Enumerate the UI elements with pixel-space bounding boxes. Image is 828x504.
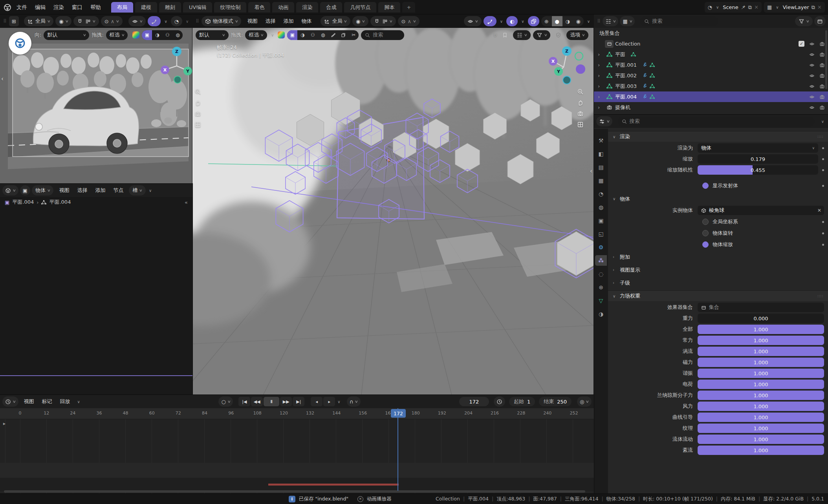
sidebar-toggle-arrow[interactable]: ‹ [590,168,592,175]
timeline-menu-item[interactable]: 标记 [38,396,56,407]
properties-tab[interactable]: ⊛ [595,282,607,292]
camera-visibility-icon[interactable] [819,41,825,47]
collapsed-panel-header[interactable]: ›子级 [608,278,828,288]
lasso-icon[interactable]: ✂ [348,30,359,40]
workspace-tab[interactable]: 纹理绘制 [214,2,246,13]
overlays-toggle[interactable]: ◔ [171,16,182,26]
panel-header-render[interactable]: ∨渲染 ∷∷ [608,131,828,142]
show-gizmo-button[interactable]: ∨ [128,16,146,26]
properties-tab[interactable]: ▤ [595,162,607,172]
gizmos-toggle[interactable] [484,16,496,26]
weight-slider[interactable]: 1.000 [698,391,824,400]
display-mode-button[interactable]: ∨ [513,30,531,40]
weight-slider[interactable]: 1.000 [698,325,824,334]
topbar-menu-item[interactable]: 帮助 [86,2,105,13]
outliner-row[interactable]: › 平面.002 ✓ [594,70,828,81]
wrench-icon[interactable] [642,62,647,68]
viewport-menu-item[interactable]: 视图 [243,16,261,26]
camera-view-icon[interactable] [577,110,584,117]
topbar-menu-item[interactable]: 窗口 [68,2,86,13]
animate-dot[interactable] [822,169,824,171]
properties-tab[interactable]: ◱ [595,228,607,239]
wrench-icon[interactable] [642,94,647,100]
expand-arrow[interactable]: › [598,51,605,57]
outliner-row[interactable]: › 摄像机 ✓ [594,102,828,113]
properties-tab[interactable]: ▦ [595,175,607,186]
expand-arrow[interactable]: › [598,94,605,100]
eye-icon[interactable] [809,73,815,79]
breadcrumb-object[interactable]: 平面.004 [12,199,34,206]
object-name[interactable]: 平面.001 [615,62,637,69]
outliner[interactable]: ⠿ ∨ ▦∨ 搜索 ∨ 场景集合 [594,15,828,115]
delete-scene-icon[interactable]: ✕ [754,4,758,10]
properties-tab[interactable]: ◍ [595,202,607,212]
weight-slider[interactable]: 1.000 [698,358,824,367]
select-set-icon[interactable]: ▣ [142,30,152,40]
properties-tab[interactable]: ◌ [595,268,607,279]
panel-header-object[interactable]: ∨物体 [608,194,828,204]
gizmos-toggle[interactable] [148,16,161,26]
checkbox-icon[interactable]: ✓ [799,41,804,47]
start-frame-field[interactable]: 起始1 [509,397,535,406]
mesh-data-icon[interactable] [650,84,655,89]
mode-selector[interactable]: 物体模式∨ [202,16,242,26]
object-name[interactable]: 平面.003 [615,83,637,90]
weight-slider[interactable]: 1.000 [698,347,824,356]
sidebar-toggle-arrow[interactable]: ‹ [1,75,4,82]
weight-slider[interactable]: 1.000 [698,369,824,378]
proportional-editing-button[interactable]: ⊙ ∧∨ [398,16,419,26]
tool-search[interactable]: 搜索 [361,30,404,40]
show-emitter-checkbox[interactable] [702,183,709,189]
keying-settings-button[interactable]: ◎∨ [577,396,592,407]
annotation-curve-icon[interactable]: ∪ [493,32,497,38]
outliner-row[interactable]: Collection ✓ [594,38,828,49]
cancel-icon[interactable]: ✕ [357,496,363,502]
wrench-icon[interactable] [642,73,647,79]
eye-icon[interactable] [809,94,815,100]
animate-dot[interactable] [822,158,824,160]
timeline-tracks[interactable] [0,419,594,494]
mesh-data-icon[interactable] [631,52,636,57]
select-subtract-icon[interactable]: ⚇ [162,30,172,40]
select-extend-icon[interactable]: ◑ [152,30,162,40]
eye-icon[interactable] [809,62,815,68]
grid-view-icon[interactable] [194,121,201,128]
brush-icon[interactable] [328,30,338,40]
mesh-data-icon[interactable] [650,94,655,99]
global-coords-checkbox[interactable] [702,219,709,225]
select-extend-icon[interactable]: ◑ [297,30,308,40]
scale-randomness-slider[interactable]: 0.455 [698,165,818,175]
select-invert-icon[interactable]: ◍ [172,30,183,40]
delete-viewlayer-icon[interactable]: ✕ [817,4,822,10]
shading-material-icon[interactable]: ◑ [562,16,573,26]
pause-button[interactable]: Ⅱ [264,397,279,406]
clear-icon[interactable]: ✕ [817,208,821,213]
object-name[interactable]: 平面.002 [615,72,637,79]
camera-visibility-icon[interactable] [819,62,825,68]
viewport-menu-item[interactable]: 选择 [261,16,279,26]
properties-tab[interactable]: ⚙ [595,242,607,252]
drag-mode-dropdown[interactable]: 框选∨ [106,30,128,40]
frame-forward-button[interactable]: ▸ [323,397,335,406]
object-rotation-checkbox[interactable] [702,230,709,236]
collapsed-panel-header[interactable]: ›视图显示 [608,265,828,275]
expand-arrow[interactable]: › [598,73,605,79]
auto-keying-button[interactable]: ○∨ [218,396,233,407]
snap-button[interactable]: ∨ [370,16,396,26]
eye-icon[interactable] [809,41,815,47]
transform-orientation-button[interactable]: 全局∨ [321,16,350,26]
outliner-search[interactable]: 搜索 [640,16,718,26]
pivot-point-button[interactable]: ◉∨ [55,16,71,26]
editor-type-button[interactable]: ∨ [596,116,612,126]
timeline[interactable]: ∨ 视图标记回放 ∨ ○∨ |◀ ◀◀ Ⅱ ▶▶ ▶| ◂ ▸ ∨ ∩∨ 17 [0,395,594,494]
validate-button[interactable] [553,30,564,40]
pin-icon[interactable]: 📌︎ [741,4,746,10]
viewport-menu-item[interactable]: 物体 [297,16,315,26]
topbar-menu-item[interactable]: 文件 [13,2,31,13]
editor-type-button[interactable]: ∨ [603,16,619,26]
weight-slider[interactable]: 1.000 [698,402,824,411]
shader-menu-item[interactable]: 节点 [109,185,127,195]
xray-toggle[interactable] [528,16,539,26]
grid-view-icon[interactable] [577,121,584,128]
shader-type-dropdown[interactable]: 物体∨ [32,185,54,195]
